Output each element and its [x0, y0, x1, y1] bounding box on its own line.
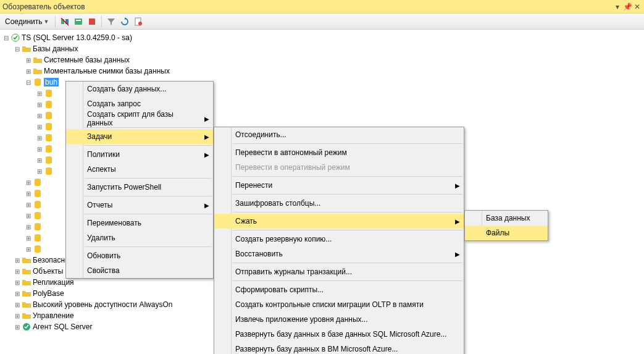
menu-item-shrink-database[interactable]: База данных: [465, 211, 548, 225]
separator: [55, 16, 56, 27]
expand-icon[interactable]: ⊞: [25, 201, 32, 208]
menu-label: Развернуть базу данных в ВМ Microsoft Az…: [235, 345, 398, 353]
database-icon: [33, 177, 43, 187]
separator: [101, 16, 102, 27]
menu-item-gen-scripts[interactable]: Сформировать скрипты...: [214, 282, 464, 297]
menu-label: Извлечь приложение уровня данных...: [235, 315, 368, 324]
menu-separator: [233, 176, 462, 177]
title-bar: Обозреватель объектов ▾ 📌 ✕: [0, 0, 644, 14]
folder-icon: [33, 55, 43, 65]
database-icon: [33, 222, 43, 232]
menu-label: Развернуть базу данных в базе данных SQL…: [235, 330, 446, 339]
menu-item-shrink[interactable]: Сжать▶: [214, 214, 464, 229]
menu-item-create-script[interactable]: Создать скрипт для базы данных▶: [66, 111, 213, 126]
expand-icon[interactable]: ⊞: [14, 256, 21, 264]
folder-icon: [33, 66, 43, 76]
expand-icon[interactable]: ⊞: [36, 167, 43, 175]
expand-icon[interactable]: ⊞: [25, 234, 32, 242]
collapse-icon[interactable]: ⊟: [2, 34, 10, 41]
expand-icon[interactable]: ⊞: [14, 290, 21, 297]
menu-item-move[interactable]: Перенести▶: [214, 178, 464, 193]
menu-item-deploy-azure-vm[interactable]: Развернуть базу данных в ВМ Microsoft Az…: [214, 342, 464, 354]
menu-item-tasks[interactable]: Задачи▶: [66, 129, 213, 144]
collapse-icon[interactable]: ⊟: [14, 45, 21, 53]
menu-item-policies[interactable]: Политики▶: [66, 147, 213, 162]
expand-icon[interactable]: ⊞: [25, 212, 32, 219]
connect-button[interactable]: Соединить ▼: [2, 16, 51, 27]
expand-icon[interactable]: ⊞: [25, 56, 32, 64]
expand-icon[interactable]: ⊞: [25, 223, 32, 230]
expand-icon[interactable]: ⊞: [14, 279, 21, 286]
expand-icon[interactable]: ⊞: [36, 123, 43, 130]
menu-item-encrypt[interactable]: Зашифровать столбцы...: [214, 196, 464, 211]
menu-label: Создать базу данных...: [87, 85, 166, 93]
menu-separator: [85, 214, 212, 214]
tree-label: Агент SQL Server: [33, 322, 93, 331]
tree-node-databases[interactable]: ⊟ Базы данных: [2, 43, 644, 54]
menu-item-create-query[interactable]: Создать запрос: [66, 96, 213, 111]
expand-icon[interactable]: ⊞: [36, 90, 43, 97]
menu-item-rename[interactable]: Переименовать: [66, 216, 213, 230]
menu-item-refresh[interactable]: Обновить: [66, 248, 213, 263]
menu-item-detach[interactable]: Отсоединить...: [214, 127, 464, 142]
menu-item-oltp[interactable]: Создать контрольные списки миграции OLTP…: [214, 297, 464, 312]
tree-label: Высокий уровень доступности AlwaysOn: [33, 300, 172, 309]
expand-icon[interactable]: ⊞: [36, 112, 43, 119]
expand-icon[interactable]: ⊞: [36, 134, 43, 141]
filter-icon[interactable]: [106, 16, 117, 27]
menu-label: Создать запрос: [87, 99, 141, 108]
disconnect-icon[interactable]: [59, 16, 70, 27]
expand-icon[interactable]: ⊞: [25, 67, 32, 75]
menu-item-reports[interactable]: Отчеты▶: [66, 198, 213, 213]
menu-item-aspects[interactable]: Аспекты: [66, 162, 213, 177]
dropdown-icon[interactable]: ▾: [613, 2, 622, 11]
pin-icon[interactable]: 📌: [623, 2, 632, 11]
expand-icon[interactable]: ⊞: [14, 301, 21, 308]
submenu-arrow-icon: ▶: [204, 116, 209, 122]
menu-item-backup[interactable]: Создать резервную копию...: [214, 232, 464, 247]
tree-label-selected: buh: [44, 78, 59, 86]
expand-icon[interactable]: ⊞: [25, 179, 32, 186]
menu-item-create-db[interactable]: Создать базу данных...: [66, 82, 213, 96]
svg-point-7: [138, 22, 142, 25]
close-icon[interactable]: ✕: [633, 2, 642, 11]
expand-icon[interactable]: ⊞: [14, 323, 21, 331]
menu-label: Сжать: [235, 217, 257, 225]
tree-label: PolyBase: [33, 289, 64, 298]
expand-icon[interactable]: ⊞: [36, 145, 43, 153]
tree-node-server[interactable]: ⊟ TS (SQL Server 13.0.4259.0 - sa): [2, 32, 644, 43]
menu-item-restore[interactable]: Восстановить▶: [214, 247, 464, 261]
menu-item-offline[interactable]: Перевести в автономный режим: [214, 145, 464, 160]
expand-icon[interactable]: ⊞: [36, 156, 43, 164]
menu-label: Перевести в оперативный режим: [235, 163, 350, 172]
database-icon: [33, 211, 43, 221]
submenu-arrow-icon: ▶: [204, 151, 209, 158]
menu-item-extract-app[interactable]: Извлечь приложение уровня данных...: [214, 312, 464, 327]
menu-item-deploy-azure-db[interactable]: Развернуть базу данных в базе данных SQL…: [214, 327, 464, 342]
stop-icon[interactable]: [86, 16, 98, 27]
script-icon[interactable]: [133, 16, 144, 27]
folder-icon: [22, 300, 31, 310]
server-icon[interactable]: [73, 16, 84, 27]
tree-node-snapshots[interactable]: ⊞ Моментальные снимки базы данных: [2, 65, 644, 77]
menu-item-shrink-files[interactable]: Файлы: [465, 225, 548, 240]
expand-icon[interactable]: ⊞: [36, 101, 43, 108]
tree-node-sysdb[interactable]: ⊞ Системные базы данных: [2, 54, 644, 65]
expand-icon[interactable]: ⊞: [14, 312, 21, 319]
expand-icon[interactable]: ⊞: [25, 190, 32, 197]
expand-icon[interactable]: ⊞: [25, 245, 32, 253]
menu-label: Создать скрипт для базы данных: [87, 110, 201, 127]
database-icon: [33, 233, 43, 243]
menu-label: Отправить журналы транзакций...: [235, 268, 352, 276]
expand-icon[interactable]: ⊞: [14, 268, 21, 275]
folder-icon: [22, 255, 31, 265]
refresh-icon[interactable]: [119, 16, 130, 27]
menu-item-ship-logs[interactable]: Отправить журналы транзакций...: [214, 264, 464, 279]
menu-item-properties[interactable]: Свойства: [66, 263, 213, 278]
database-icon: [44, 111, 54, 120]
collapse-icon[interactable]: ⊟: [25, 78, 32, 86]
menu-item-powershell[interactable]: Запустить PowerShell: [66, 180, 213, 195]
context-menu-tasks: Отсоединить... Перевести в автономный ре…: [214, 127, 464, 354]
menu-item-delete[interactable]: Удалить: [66, 230, 213, 245]
database-icon: [33, 188, 43, 198]
